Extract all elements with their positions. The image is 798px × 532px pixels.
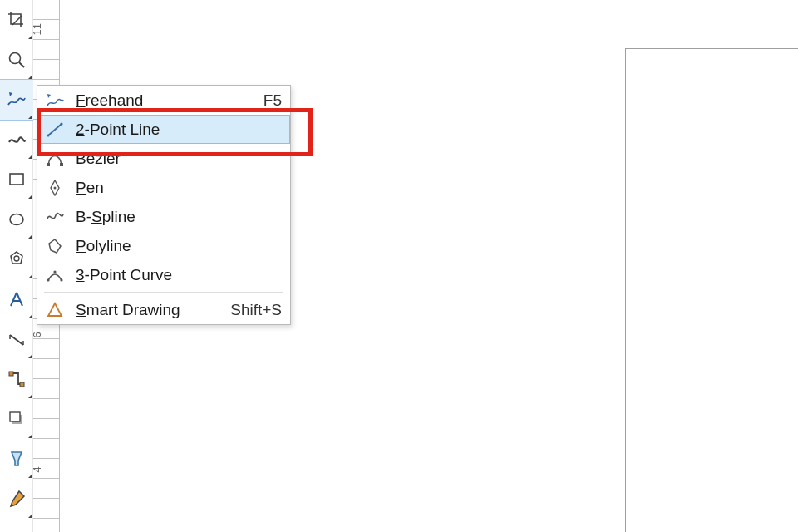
menu-item-label: Freehand: [76, 91, 254, 110]
brush-wave-icon: [7, 131, 26, 149]
pen-icon: [44, 178, 66, 198]
b-spline-icon: [44, 207, 66, 227]
menu-item-b-spline[interactable]: B-Spline: [37, 202, 290, 231]
svg-rect-19: [60, 163, 63, 166]
menu-separator: [44, 292, 283, 293]
menu-item-freehand[interactable]: Freehand F5: [37, 86, 290, 115]
connector-tool[interactable]: [0, 359, 33, 399]
menu-item-label: Bézier: [76, 150, 272, 168]
toolbox: [0, 0, 33, 532]
transparency-tool[interactable]: [0, 439, 33, 479]
ruler-label: 11: [31, 23, 43, 35]
svg-point-23: [60, 278, 62, 281]
smart-drawing-icon: [44, 300, 66, 320]
ellipse-tool[interactable]: [0, 200, 33, 239]
svg-rect-10: [9, 372, 13, 376]
svg-rect-18: [47, 163, 50, 166]
eyedropper-tool[interactable]: [0, 479, 33, 519]
svg-marker-5: [11, 252, 22, 264]
svg-marker-21: [49, 239, 61, 253]
freehand-tool[interactable]: [0, 80, 33, 120]
menu-item-3-point-curve[interactable]: 3-Point Curve: [37, 260, 290, 289]
polyline-icon: [44, 236, 66, 256]
svg-point-20: [54, 186, 57, 189]
svg-point-22: [47, 278, 49, 281]
artistic-media-tool[interactable]: [0, 120, 33, 160]
svg-line-1: [19, 62, 24, 67]
menu-item-label: 2-Point Line: [76, 121, 272, 139]
crop-icon: [7, 11, 26, 29]
three-point-curve-icon: [44, 265, 66, 285]
svg-marker-25: [48, 303, 62, 316]
zoom-tool[interactable]: [0, 40, 33, 80]
svg-rect-13: [10, 412, 20, 421]
svg-marker-14: [47, 94, 51, 98]
menu-item-2-point-line[interactable]: 2-Point Line: [37, 115, 290, 144]
menu-item-label: Pen: [76, 179, 272, 197]
two-point-line-icon: [44, 120, 66, 140]
crop-tool[interactable]: [0, 0, 33, 40]
connector-icon: [7, 370, 26, 388]
eyedropper-icon: [7, 490, 26, 508]
rectangle-tool[interactable]: [0, 160, 33, 200]
text-tool[interactable]: [0, 279, 33, 319]
svg-line-7: [10, 335, 23, 345]
ruler-label: 4: [31, 466, 43, 472]
rectangle-icon: [8, 171, 25, 188]
polygon-tool[interactable]: [0, 239, 33, 279]
menu-item-smart-drawing[interactable]: Smart Drawing Shift+S: [37, 295, 290, 324]
curve-tools-flyout: Freehand F5 2-Point Line Bézier Pen B-Sp…: [37, 85, 291, 325]
bezier-icon: [44, 149, 66, 169]
menu-item-label: Smart Drawing: [76, 301, 220, 319]
freehand-icon: [7, 90, 27, 110]
freehand-icon: [44, 91, 66, 111]
menu-item-label: 3-Point Curve: [76, 266, 272, 284]
dimension-tool[interactable]: [0, 319, 33, 359]
polygon-gear-icon: [7, 250, 26, 268]
menu-item-bezier[interactable]: Bézier: [37, 144, 290, 173]
menu-item-label: Polyline: [76, 237, 272, 255]
dimension-icon: [7, 330, 26, 348]
svg-point-16: [47, 134, 49, 136]
ruler-label: 6: [31, 332, 43, 337]
svg-rect-3: [10, 174, 23, 185]
ellipse-icon: [8, 211, 25, 228]
svg-line-15: [48, 124, 62, 135]
svg-point-17: [60, 122, 62, 125]
shadow-icon: [8, 411, 25, 427]
text-icon: [7, 290, 26, 308]
menu-item-pen[interactable]: Pen: [37, 173, 290, 202]
menu-item-label: B-Spline: [76, 208, 272, 226]
svg-point-0: [10, 53, 21, 64]
svg-marker-2: [9, 92, 12, 96]
drop-shadow-tool[interactable]: [0, 399, 33, 439]
menu-item-shortcut: F5: [264, 91, 282, 110]
magnifier-icon: [7, 51, 26, 69]
page-outline: [625, 48, 798, 532]
menu-item-shortcut: Shift+S: [230, 301, 282, 319]
svg-point-4: [10, 214, 23, 225]
glass-icon: [7, 450, 26, 468]
menu-item-polyline[interactable]: Polyline: [37, 231, 290, 260]
svg-rect-11: [20, 382, 24, 387]
svg-point-24: [53, 270, 56, 273]
svg-point-6: [14, 256, 19, 261]
